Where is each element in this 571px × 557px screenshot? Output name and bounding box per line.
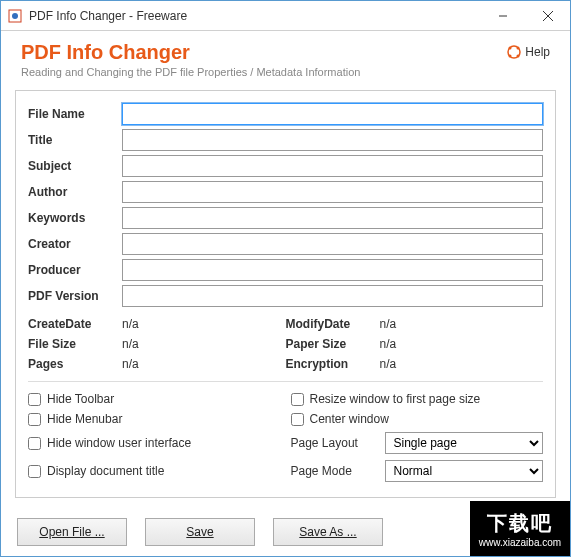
svg-point-8 (509, 55, 512, 58)
pdf-version-input[interactable] (122, 285, 543, 307)
save-as-button[interactable]: Save As ... (273, 518, 383, 546)
hide-toolbar-checkbox[interactable]: Hide Toolbar (28, 392, 281, 406)
hide-toolbar-label: Hide Toolbar (47, 392, 114, 406)
app-subtitle: Reading and Changing the PDF file Proper… (21, 66, 360, 78)
producer-input[interactable] (122, 259, 543, 281)
main-panel: File Name Title Subject Author Keywords … (15, 90, 556, 498)
label-file-size: File Size (28, 337, 122, 351)
subject-input[interactable] (122, 155, 543, 177)
hide-toolbar-box[interactable] (28, 393, 41, 406)
help-link[interactable]: Help (507, 45, 550, 59)
value-paper-size: n/a (380, 337, 544, 351)
help-icon (507, 45, 521, 59)
display-doc-title-box[interactable] (28, 465, 41, 478)
hide-window-ui-checkbox[interactable]: Hide window user interface (28, 432, 281, 454)
center-window-label: Center window (310, 412, 389, 426)
label-encryption: Encryption (286, 357, 380, 371)
minimize-button[interactable] (480, 1, 525, 30)
titlebar[interactable]: PDF Info Changer - Freeware (1, 1, 570, 31)
svg-point-9 (517, 55, 520, 58)
watermark-text: 下载吧 (487, 510, 553, 537)
help-label: Help (525, 45, 550, 59)
label-producer: Producer (28, 263, 122, 277)
page-mode-row: Page ModeNormal (291, 460, 544, 482)
value-pages: n/a (122, 357, 286, 371)
app-title: PDF Info Changer (21, 41, 360, 64)
label-title: Title (28, 133, 122, 147)
resize-first-page-label: Resize window to first page size (310, 392, 481, 406)
label-modify-date: ModifyDate (286, 317, 380, 331)
divider (28, 381, 543, 382)
file-name-input[interactable] (122, 103, 543, 125)
page-layout-row: Page LayoutSingle page (291, 432, 544, 454)
label-creator: Creator (28, 237, 122, 251)
center-window-checkbox[interactable]: Center window (291, 412, 544, 426)
open-file-button[interactable]: Open File ... (17, 518, 127, 546)
hide-menubar-checkbox[interactable]: Hide Menubar (28, 412, 281, 426)
label-create-date: CreateDate (28, 317, 122, 331)
options-grid: Hide Toolbar Resize window to first page… (28, 392, 543, 482)
page-layout-label: Page Layout (291, 436, 375, 450)
close-button[interactable] (525, 1, 570, 30)
hide-window-ui-label: Hide window user interface (47, 436, 191, 450)
watermark: 下载吧 www.xiazaiba.com (470, 501, 570, 556)
window: PDF Info Changer - Freeware PDF Info Cha… (0, 0, 571, 557)
title-input[interactable] (122, 129, 543, 151)
author-input[interactable] (122, 181, 543, 203)
keywords-input[interactable] (122, 207, 543, 229)
label-subject: Subject (28, 159, 122, 173)
resize-first-page-checkbox[interactable]: Resize window to first page size (291, 392, 544, 406)
watermark-url: www.xiazaiba.com (479, 537, 561, 548)
app-icon (7, 8, 23, 24)
value-encryption: n/a (380, 357, 544, 371)
label-file-name: File Name (28, 107, 122, 121)
value-file-size: n/a (122, 337, 286, 351)
page-mode-label: Page Mode (291, 464, 375, 478)
save-button[interactable]: Save (145, 518, 255, 546)
label-pdf-version: PDF Version (28, 289, 122, 303)
svg-point-1 (12, 13, 18, 19)
header: PDF Info Changer Reading and Changing th… (1, 31, 570, 86)
page-mode-select[interactable]: Normal (385, 460, 544, 482)
svg-point-6 (509, 47, 512, 50)
svg-point-7 (517, 47, 520, 50)
hide-window-ui-box[interactable] (28, 437, 41, 450)
label-paper-size: Paper Size (286, 337, 380, 351)
window-title: PDF Info Changer - Freeware (29, 9, 480, 23)
value-modify-date: n/a (380, 317, 544, 331)
hide-menubar-label: Hide Menubar (47, 412, 122, 426)
label-pages: Pages (28, 357, 122, 371)
label-keywords: Keywords (28, 211, 122, 225)
resize-first-page-box[interactable] (291, 393, 304, 406)
meta-grid: CreateDate n/a ModifyDate n/a File Size … (28, 317, 543, 371)
label-author: Author (28, 185, 122, 199)
display-doc-title-label: Display document title (47, 464, 164, 478)
hide-menubar-box[interactable] (28, 413, 41, 426)
page-layout-select[interactable]: Single page (385, 432, 544, 454)
center-window-box[interactable] (291, 413, 304, 426)
display-doc-title-checkbox[interactable]: Display document title (28, 460, 281, 482)
creator-input[interactable] (122, 233, 543, 255)
value-create-date: n/a (122, 317, 286, 331)
